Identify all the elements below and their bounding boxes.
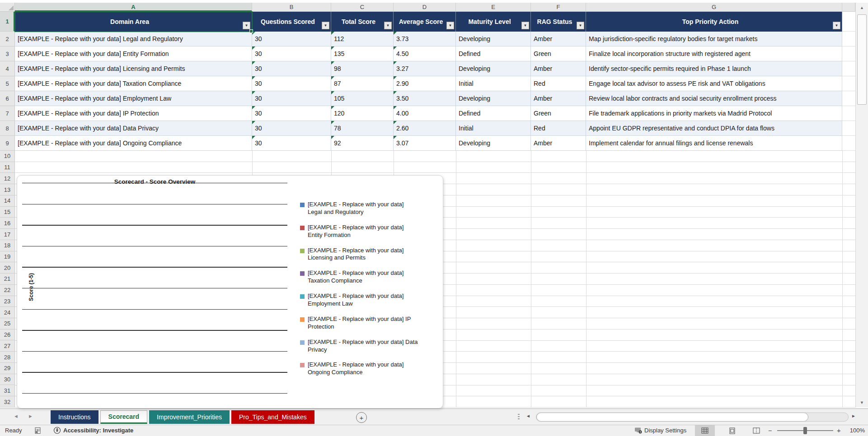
row-header-18[interactable]: 18 [0, 240, 15, 251]
cell-C7[interactable]: 120 [331, 106, 394, 121]
horizontal-scrollbar-thumb[interactable] [536, 413, 808, 422]
cell-C4[interactable]: 98 [331, 61, 394, 76]
row-header-25[interactable]: 25 [0, 318, 15, 329]
cell-E7[interactable]: Defined [456, 106, 531, 121]
cell-A3[interactable]: [EXAMPLE - Replace with your data] Entit… [15, 46, 252, 61]
cell-A5[interactable]: [EXAMPLE - Replace with your data] Taxat… [15, 76, 252, 91]
row-header-11[interactable]: 11 [0, 162, 15, 173]
row-header-30[interactable]: 30 [0, 374, 15, 385]
header-cell-total-score[interactable]: Total Score▼ [331, 12, 394, 32]
cell-A9[interactable]: [EXAMPLE - Replace with your data] Ongoi… [15, 136, 252, 151]
cell-E4[interactable]: Developing [456, 61, 531, 76]
header-cell-rag-status[interactable]: RAG Status▼ [531, 12, 586, 32]
row-header-29[interactable]: 29 [0, 363, 15, 374]
cell-B4[interactable]: 30 [252, 61, 331, 76]
row-header-17[interactable]: 17 [0, 229, 15, 240]
cell-A2[interactable]: [EXAMPLE - Replace with your data] Legal… [15, 32, 252, 46]
row-header-14[interactable]: 14 [0, 195, 15, 207]
horizontal-scrollbar[interactable] [536, 413, 849, 422]
filter-button[interactable]: ▼ [322, 22, 329, 29]
zoom-level[interactable]: 100% [846, 427, 865, 434]
row-header-22[interactable]: 22 [0, 285, 15, 296]
tab-pro-tips-and-mistakes[interactable]: Pro_Tips_and_Mistakes [231, 410, 314, 424]
row-header-12[interactable]: 12 [0, 173, 15, 184]
cell-C5[interactable]: 87 [331, 76, 394, 91]
cell-E8[interactable]: Initial [456, 121, 531, 136]
row-header-15[interactable]: 15 [0, 207, 15, 218]
cell-D8[interactable]: 2.60 [394, 121, 456, 136]
cell-D4[interactable]: 3.27 [394, 61, 456, 76]
row-header-20[interactable]: 20 [0, 262, 15, 274]
tab-improvement-priorities[interactable]: Improvement_Priorities [149, 410, 230, 424]
cell-G7[interactable]: File trademark applications in priority … [586, 106, 842, 121]
row-header-13[interactable]: 13 [0, 184, 15, 195]
cell-A8[interactable]: [EXAMPLE - Replace with your data] Data … [15, 121, 252, 136]
column-header-G[interactable]: G [586, 3, 842, 12]
cell-E9[interactable]: Developing [456, 136, 531, 151]
tab-instructions[interactable]: Instructions [51, 410, 99, 424]
legend-item[interactable]: [EXAMPLE - Replace with your data] IP Pr… [300, 315, 418, 331]
zoom-out-button[interactable]: − [768, 427, 772, 434]
row-header-4[interactable]: 4 [0, 61, 15, 76]
vertical-scrollbar[interactable]: ▲ ▼ [855, 3, 868, 408]
header-cell-top-priority-action[interactable]: Top Priority Action▼ [586, 12, 842, 32]
cell-A7[interactable]: [EXAMPLE - Replace with your data] IP Pr… [15, 106, 252, 121]
accessibility-status[interactable]: Accessibility: Investigate [53, 427, 133, 434]
row-header-23[interactable]: 23 [0, 296, 15, 307]
cell-E5[interactable]: Initial [456, 76, 531, 91]
cell-B5[interactable]: 30 [252, 76, 331, 91]
zoom-slider[interactable] [777, 430, 833, 431]
cell-D3[interactable]: 4.50 [394, 46, 456, 61]
hscroll-right-button[interactable]: ► [851, 413, 856, 418]
tab-scroll-left-button[interactable]: ◄ [14, 413, 19, 419]
row-header-26[interactable]: 26 [0, 329, 15, 341]
cell-D7[interactable]: 4.00 [394, 106, 456, 121]
cell-B7[interactable]: 30 [252, 106, 331, 121]
legend-item[interactable]: [EXAMPLE - Replace with your data] Legal… [300, 201, 418, 216]
cell-G8[interactable]: Appoint EU GDPR representative and condu… [586, 121, 842, 136]
row-header-9[interactable]: 9 [0, 136, 15, 151]
filter-button[interactable]: ▼ [833, 22, 840, 29]
row-header-27[interactable]: 27 [0, 340, 15, 352]
zoom-in-button[interactable]: + [837, 427, 841, 434]
row-header-2[interactable]: 2 [0, 32, 15, 46]
cell-F7[interactable]: Green [531, 106, 586, 121]
cell-C8[interactable]: 78 [331, 121, 394, 136]
column-header-D[interactable]: D [394, 3, 456, 12]
cell-B8[interactable]: 30 [252, 121, 331, 136]
legend-item[interactable]: [EXAMPLE - Replace with your data] Emplo… [300, 292, 418, 308]
row-header-28[interactable]: 28 [0, 352, 15, 363]
cell-F9[interactable]: Amber [531, 136, 586, 151]
row-header-6[interactable]: 6 [0, 91, 15, 106]
cell-E3[interactable]: Defined [456, 46, 531, 61]
cell-B9[interactable]: 30 [252, 136, 331, 151]
cell-G5[interactable]: Engage local tax advisor to assess PE ri… [586, 76, 842, 91]
legend-item[interactable]: [EXAMPLE - Replace with your data] Ongoi… [300, 361, 418, 376]
tab-scorecard[interactable]: Scorecard [100, 410, 147, 424]
cell-F2[interactable]: Amber [531, 32, 586, 46]
cell-C9[interactable]: 92 [331, 136, 394, 151]
legend-item[interactable]: [EXAMPLE - Replace with your data] Data … [300, 339, 418, 354]
hscroll-left-button[interactable]: ◄ [526, 413, 530, 418]
row-header-7[interactable]: 7 [0, 106, 15, 121]
macro-record-icon[interactable] [34, 427, 41, 434]
filter-button[interactable]: ▼ [577, 22, 584, 29]
cell-C6[interactable]: 105 [331, 91, 394, 106]
filter-button[interactable]: ▼ [243, 22, 250, 29]
header-cell-domain-area[interactable]: Domain Area▼ [15, 12, 252, 32]
cell-F8[interactable]: Red [531, 121, 586, 136]
column-header-partial[interactable] [842, 3, 855, 12]
row-header-19[interactable]: 19 [0, 251, 15, 263]
page-layout-view-button[interactable] [722, 425, 742, 436]
cell-G4[interactable]: Identify sector-specific permits require… [586, 61, 842, 76]
normal-view-button[interactable] [695, 425, 715, 436]
row-header-24[interactable]: 24 [0, 307, 15, 318]
cell-G9[interactable]: Implement calendar for annual filings an… [586, 136, 842, 151]
row-header-21[interactable]: 21 [0, 274, 15, 285]
header-cell-maturity-level[interactable]: Maturity Level▼ [456, 12, 531, 32]
column-header-E[interactable]: E [456, 3, 531, 12]
column-header-A[interactable]: A [15, 3, 252, 12]
cell-D9[interactable]: 3.07 [394, 136, 456, 151]
filter-button[interactable]: ▼ [384, 22, 392, 29]
cell-E2[interactable]: Developing [456, 32, 531, 46]
